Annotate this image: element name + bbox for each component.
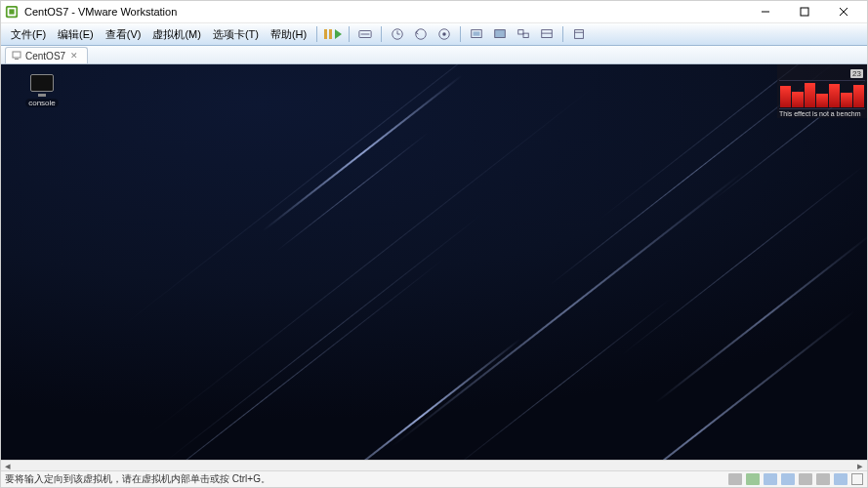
vm-display[interactable]: console 23 This effect is not a benchm (1, 64, 867, 460)
svg-rect-2 (9, 9, 14, 14)
svg-rect-4 (801, 8, 808, 16)
snapshot-take-button[interactable] (387, 25, 408, 43)
scroll-track[interactable] (15, 461, 853, 470)
device-usb-icon[interactable] (781, 473, 795, 485)
send-ctrl-alt-del-button[interactable] (354, 25, 376, 43)
titlebar: CentOS7 - VMware Workstation (1, 1, 867, 23)
menubar: 文件(F) 编辑(E) 查看(V) 虚拟机(M) 选项卡(T) 帮助(H) (1, 23, 867, 46)
device-printer-icon[interactable] (816, 473, 830, 485)
monitor-icon (30, 74, 54, 92)
desktop-icon-label: console (25, 99, 59, 107)
clock-manage-icon (437, 27, 451, 41)
tab-close-button[interactable]: ✕ (69, 51, 79, 61)
perf-message: This effect is not a benchm (779, 109, 865, 117)
perf-bars (779, 80, 865, 109)
tabbar: CentOS7 ✕ (1, 46, 867, 64)
maximize-button[interactable] (785, 1, 824, 22)
vm-icon (12, 51, 21, 61)
fullscreen-icon (493, 27, 507, 41)
app-icon (5, 5, 19, 19)
fullscreen-button[interactable] (489, 25, 511, 43)
window-title: CentOS7 - VMware Workstation (24, 6, 177, 18)
stretch-icon (540, 27, 554, 41)
menu-file[interactable]: 文件(F) (5, 23, 52, 45)
perf-number: 23 (850, 69, 863, 78)
menu-view[interactable]: 查看(V) (100, 23, 147, 45)
tab-label: CentOS7 (25, 51, 65, 61)
svg-rect-19 (523, 33, 528, 37)
fit-guest-button[interactable] (466, 25, 487, 43)
device-cdrom-icon[interactable] (746, 473, 760, 485)
svg-rect-18 (518, 30, 523, 34)
device-network-icon[interactable] (764, 473, 777, 485)
unity-button[interactable] (513, 25, 534, 43)
device-display-icon[interactable] (834, 473, 847, 485)
suspend-resume-button[interactable] (322, 25, 344, 43)
play-icon (335, 29, 342, 39)
guest-wallpaper (1, 64, 867, 460)
menu-help[interactable]: 帮助(H) (265, 23, 312, 45)
separator (316, 26, 317, 42)
snapshot-revert-button[interactable] (410, 25, 432, 43)
multi-window-icon (517, 27, 530, 41)
clock-back-icon (414, 27, 428, 41)
svg-rect-24 (13, 52, 21, 58)
clock-icon (391, 27, 404, 41)
minimize-button[interactable] (746, 1, 785, 22)
close-button[interactable] (824, 1, 863, 22)
app-window: CentOS7 - VMware Workstation 文件(F) 编辑(E)… (0, 0, 868, 488)
svg-rect-25 (15, 59, 19, 60)
performance-overlay: 23 This effect is not a benchm (777, 64, 867, 118)
svg-rect-16 (474, 31, 480, 35)
separator (381, 26, 382, 42)
separator (460, 26, 461, 42)
device-harddisk-icon[interactable] (728, 473, 742, 485)
device-status-icons (728, 473, 863, 485)
input-grabbed-indicator (851, 473, 863, 485)
guest-desktop-icon[interactable]: console (21, 74, 63, 107)
horizontal-scrollbar[interactable]: ◂ ▸ (1, 460, 867, 470)
screen-fit-icon (470, 27, 483, 41)
pause-icon (324, 29, 332, 39)
library-button[interactable] (568, 25, 590, 43)
scroll-left-button[interactable]: ◂ (1, 461, 15, 470)
snapshot-manager-button[interactable] (434, 25, 455, 43)
svg-point-14 (442, 32, 446, 36)
separator (562, 26, 563, 42)
menu-edit[interactable]: 编辑(E) (52, 23, 100, 45)
svg-point-12 (416, 29, 427, 40)
statusbar: 要将输入定向到该虚拟机，请在虚拟机内部单击或按 Ctrl+G。 (1, 470, 867, 487)
svg-rect-22 (575, 30, 584, 39)
device-sound-icon[interactable] (799, 473, 812, 485)
status-message: 要将输入定向到该虚拟机，请在虚拟机内部单击或按 Ctrl+G。 (5, 472, 270, 486)
menu-vm[interactable]: 虚拟机(M) (146, 23, 207, 45)
menu-tabs[interactable]: 选项卡(T) (207, 23, 265, 45)
keyboard-send-icon (358, 27, 372, 41)
svg-rect-17 (495, 30, 506, 38)
stretch-button[interactable] (536, 25, 558, 43)
library-icon (572, 27, 586, 41)
scroll-right-button[interactable]: ▸ (853, 461, 867, 470)
tab-centos7[interactable]: CentOS7 ✕ (5, 47, 88, 63)
separator (349, 26, 350, 42)
